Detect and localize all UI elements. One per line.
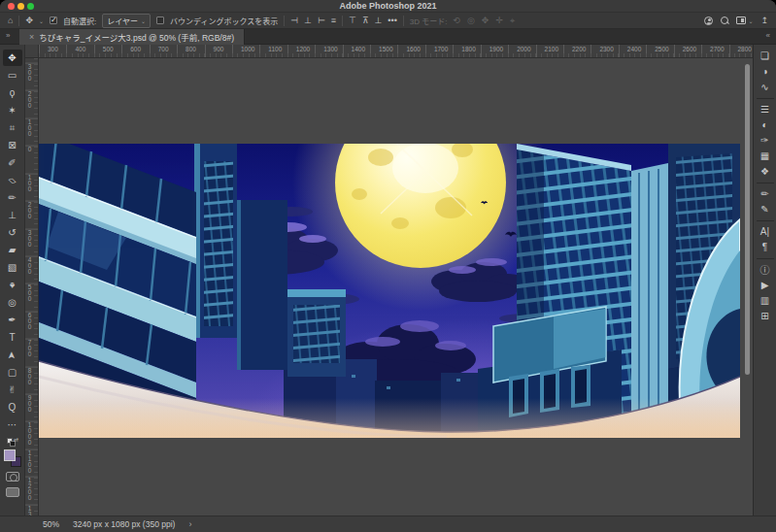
frame-tool-icon: ⊠	[8, 141, 16, 150]
gradient-tool[interactable]: ▧	[3, 259, 22, 276]
workspace-switcher[interactable]: ⌄	[736, 17, 753, 24]
expand-panels-icon[interactable]: «	[766, 31, 770, 40]
clone-stamp-tool[interactable]: ⊥	[3, 207, 22, 223]
history-brush-tool-icon: ↺	[8, 228, 16, 238]
v-ruler-label: 800	[26, 367, 33, 384]
pen-tool[interactable]: ✒	[3, 312, 22, 328]
divider	[284, 16, 285, 26]
healing-brush-tool[interactable]: ▱	[3, 172, 22, 188]
auto-select-target-dropdown[interactable]: レイヤー ⌄	[102, 14, 151, 28]
ruler-origin-corner[interactable]	[25, 45, 39, 58]
tab-overflow-icon[interactable]: »	[6, 31, 10, 40]
search-icon[interactable]	[721, 17, 728, 24]
mode-3d-icon-2: ✥	[482, 17, 489, 25]
move-tool-icon[interactable]: ✥	[25, 17, 33, 25]
type-tool[interactable]: T	[3, 329, 22, 346]
eyedropper-tool-icon: ✐	[8, 158, 16, 168]
distribute-icon-2[interactable]: ⊥	[374, 17, 382, 25]
hand-tool-icon: ✌	[8, 385, 16, 395]
panel-dock-icons: ❏◑∿☰◐✑▦❖✏✎A|¶ⓘ▶▥⊞	[753, 45, 776, 515]
zoom-tool[interactable]: Q	[3, 399, 22, 416]
align-icon-1[interactable]: ⊥	[304, 17, 312, 25]
blur-tool[interactable]: ♠	[3, 277, 22, 293]
chevron-down-icon[interactable]: ⌄	[39, 17, 44, 24]
vertical-ruler[interactable]: 3002001000100200300400500600700800900100…	[25, 58, 39, 515]
bounding-box-label: バウンディングボックスを表示	[170, 16, 278, 26]
crop-tool[interactable]: ⌗	[3, 119, 22, 136]
zoom-level-field[interactable]: 50%	[43, 519, 59, 529]
brush-settings-panel-icon[interactable]: ✏	[757, 186, 774, 200]
canvas-viewport[interactable]	[39, 58, 753, 515]
align-icon-3[interactable]: ≡	[331, 17, 336, 25]
default-colors-icon[interactable]: ⇄	[7, 436, 17, 446]
h-ruler-label: 2200	[572, 46, 586, 52]
account-icon[interactable]	[704, 17, 713, 25]
city-night-artwork	[39, 144, 740, 438]
paths-panel-icon[interactable]: ∿	[757, 80, 774, 93]
dodge-tool[interactable]: ◎	[3, 294, 22, 311]
title-bar: Adobe Photoshop 2021	[0, 0, 776, 13]
move-tool[interactable]: ✥	[3, 50, 22, 66]
path-selection-tool[interactable]: ➤	[3, 347, 22, 363]
h-ruler-label: 2700	[710, 46, 724, 52]
adjustments-panel-icon[interactable]: ☰	[757, 102, 774, 116]
lasso-tool-icon: ϙ	[10, 88, 16, 98]
frame-tool[interactable]: ⊠	[3, 137, 22, 153]
panel-group-divider	[757, 98, 774, 99]
auto-select-checkbox[interactable]	[50, 17, 57, 24]
paragraph-panel-icon[interactable]: ¶	[757, 240, 774, 253]
home-icon[interactable]: ⌂	[8, 17, 13, 25]
brushes-panel-icon[interactable]: ✑	[757, 133, 774, 147]
quick-mask-mode-button[interactable]	[6, 472, 19, 482]
color-panel-icon[interactable]: ◐	[757, 117, 774, 131]
hand-tool[interactable]: ✌	[3, 382, 22, 398]
horizontal-ruler[interactable]: 3004005006007008009001000110012001300140…	[39, 45, 753, 58]
shape-tool[interactable]: ▢	[3, 364, 22, 381]
mode-3d-icon-3: ✛	[495, 17, 503, 25]
marquee-tool[interactable]: ▭	[3, 67, 22, 83]
channels-panel-icon[interactable]: ◑	[757, 64, 774, 78]
vertical-scrollbar[interactable]	[745, 64, 750, 375]
actions-panel-icon[interactable]: ▶	[757, 278, 774, 291]
eyedropper-tool[interactable]: ✐	[3, 154, 22, 171]
distribute-buttons-group: ⊤⊼⊥	[349, 17, 382, 25]
tool-presets-panel-icon[interactable]: ✎	[757, 202, 774, 216]
info-panel-icon[interactable]: ⓘ	[757, 262, 774, 276]
status-chevron-icon[interactable]: ›	[188, 519, 191, 529]
foreground-color-swatch[interactable]	[4, 449, 16, 461]
h-ruler-label: 1300	[323, 46, 337, 52]
photoshop-window: Adobe Photoshop 2021 ⌂ ✥ ⌄ 自動選択: レイヤー ⌄ …	[0, 0, 776, 532]
object-selection-tool[interactable]: ✶	[3, 102, 22, 118]
shape-tool-icon: ▢	[8, 368, 17, 378]
navigator-panel-icon[interactable]: ⊞	[757, 309, 774, 322]
v-ruler-label: 100	[26, 174, 33, 191]
color-swatches[interactable]	[4, 449, 21, 467]
document-canvas[interactable]	[39, 144, 740, 438]
swatches-panel-icon[interactable]: ❖	[757, 164, 774, 178]
eraser-tool[interactable]: ▰	[3, 242, 22, 258]
align-icon-0[interactable]: ⊣	[290, 17, 298, 25]
histogram-panel-icon[interactable]: ▥	[757, 293, 774, 307]
swap-colors-icon[interactable]: ⇄	[14, 436, 18, 443]
close-tab-icon[interactable]: ×	[29, 32, 34, 42]
brush-tool[interactable]: ✏	[3, 189, 22, 206]
distribute-icon-1[interactable]: ⊼	[362, 17, 369, 25]
bounding-box-checkbox[interactable]	[156, 17, 164, 24]
h-ruler-label: 300	[48, 46, 58, 52]
h-ruler-label: 700	[158, 46, 169, 52]
history-brush-tool[interactable]: ↺	[3, 224, 22, 241]
share-icon[interactable]: ↥	[760, 17, 768, 25]
document-tab[interactable]: × ちびキャラ_イメージ大3.psd @ 50% (手前, RGB/8#)	[19, 29, 245, 45]
status-bar: 50% 3240 px x 1080 px (350 ppi) ›	[0, 515, 776, 532]
mode-3d-icon-0: ⟲	[453, 17, 460, 25]
libraries-panel-icon[interactable]: ▦	[757, 149, 774, 162]
lasso-tool[interactable]: ϙ	[3, 84, 22, 101]
more-options-icon[interactable]: •••	[388, 17, 396, 25]
layers-panel-icon[interactable]: ❏	[757, 49, 774, 62]
character-panel-icon[interactable]: A|	[757, 224, 774, 238]
edit-toolbar[interactable]: ⋯	[3, 416, 22, 433]
screen-mode-button[interactable]	[6, 487, 19, 497]
align-icon-2[interactable]: ⊢	[318, 17, 325, 25]
zoom-tool-icon: Q	[9, 403, 17, 413]
distribute-icon-0[interactable]: ⊤	[349, 17, 356, 25]
